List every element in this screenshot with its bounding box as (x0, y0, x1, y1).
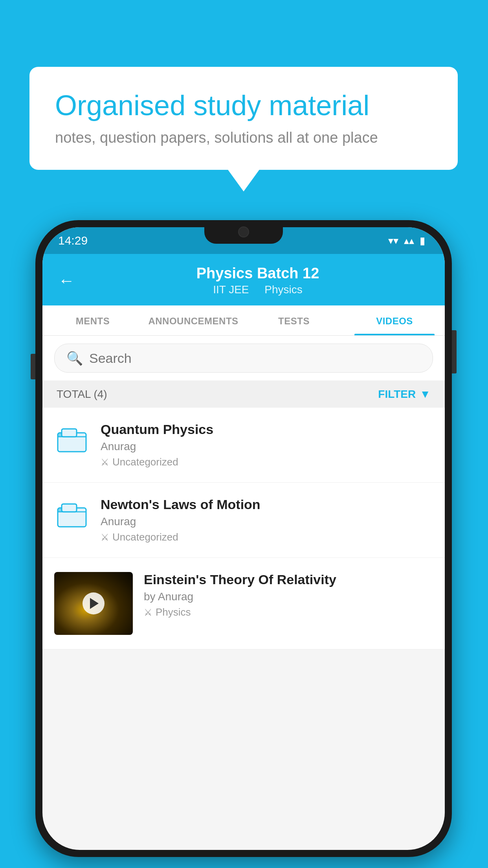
header-title: Physics Batch 12 (86, 265, 429, 282)
video-tag: ⚔ Uncategorized (101, 456, 431, 468)
svg-rect-1 (62, 429, 77, 437)
list-item-content: Quantum Physics Anurag ⚔ Uncategorized (101, 422, 431, 468)
list-item[interactable]: Einstein's Theory Of Relativity by Anura… (42, 558, 445, 649)
search-icon: 🔍 (66, 350, 83, 366)
list-item-content: Einstein's Theory Of Relativity by Anura… (144, 572, 431, 618)
video-title: Einstein's Theory Of Relativity (144, 572, 431, 587)
speech-bubble-subtitle: notes, question papers, solutions all at… (55, 129, 432, 146)
list-item[interactable]: Newton's Laws of Motion Anurag ⚔ Uncateg… (42, 483, 445, 558)
header-subtitle: IIT JEE Physics (86, 283, 429, 296)
header-center: Physics Batch 12 IIT JEE Physics (86, 265, 429, 296)
filter-bar: TOTAL (4) FILTER ▼ (42, 381, 445, 408)
video-thumbnail (54, 572, 133, 635)
tab-tests[interactable]: TESTS (244, 305, 344, 335)
total-count: TOTAL (4) (57, 388, 107, 401)
tab-bar: MENTS ANNOUNCEMENTS TESTS VIDEOS (42, 305, 445, 336)
list-item-content: Newton's Laws of Motion Anurag ⚔ Uncateg… (101, 497, 431, 543)
video-title: Quantum Physics (101, 422, 431, 437)
tag-label: Uncategorized (112, 456, 178, 468)
video-tag: ⚔ Uncategorized (101, 531, 431, 543)
power-button (452, 330, 457, 373)
play-button[interactable] (83, 592, 105, 614)
content-list: Quantum Physics Anurag ⚔ Uncategorized (42, 408, 445, 649)
filter-icon: ▼ (420, 388, 431, 401)
search-container: 🔍 (42, 336, 445, 381)
status-time: 14:29 (58, 234, 88, 247)
signal-icon: ▴▴ (404, 235, 414, 247)
tab-announcements[interactable]: ANNOUNCEMENTS (143, 305, 244, 335)
speech-bubble: Organised study material notes, question… (29, 67, 458, 170)
video-tag: ⚔ Physics (144, 606, 431, 618)
battery-icon: ▮ (420, 235, 425, 247)
status-icons: ▾▾ ▴▴ ▮ (388, 235, 425, 247)
tag-label: Uncategorized (112, 531, 178, 543)
folder-icon (54, 497, 90, 532)
video-title: Newton's Laws of Motion (101, 497, 431, 512)
filter-label: FILTER (378, 388, 416, 401)
phone-notch (204, 220, 283, 244)
back-button[interactable]: ← (58, 271, 75, 290)
tag-label: Physics (156, 606, 191, 618)
video-author: Anurag (101, 515, 431, 528)
tab-ments[interactable]: MENTS (42, 305, 143, 335)
tag-icon: ⚔ (101, 532, 109, 543)
speech-bubble-title: Organised study material (55, 88, 432, 122)
camera (238, 226, 249, 237)
filter-button[interactable]: FILTER ▼ (378, 388, 431, 401)
tab-videos[interactable]: VIDEOS (344, 305, 445, 335)
list-item[interactable]: Quantum Physics Anurag ⚔ Uncategorized (42, 408, 445, 483)
folder-icon (54, 422, 90, 457)
app-header: ← Physics Batch 12 IIT JEE Physics (42, 254, 445, 305)
tag-icon: ⚔ (101, 457, 109, 468)
volume-button (31, 354, 35, 379)
phone-screen: 14:29 ▾▾ ▴▴ ▮ ← Physics Batch 12 IIT JEE… (42, 227, 445, 850)
svg-rect-3 (62, 504, 77, 512)
video-author: Anurag (101, 440, 431, 453)
search-input[interactable] (89, 351, 421, 366)
header-tag2: Physics (264, 283, 302, 296)
video-author: by Anurag (144, 590, 431, 603)
header-tag1: IIT JEE (213, 283, 249, 296)
search-box: 🔍 (54, 344, 433, 373)
phone-frame: 14:29 ▾▾ ▴▴ ▮ ← Physics Batch 12 IIT JEE… (35, 220, 452, 857)
tag-icon: ⚔ (144, 607, 152, 618)
wifi-icon: ▾▾ (388, 235, 398, 247)
